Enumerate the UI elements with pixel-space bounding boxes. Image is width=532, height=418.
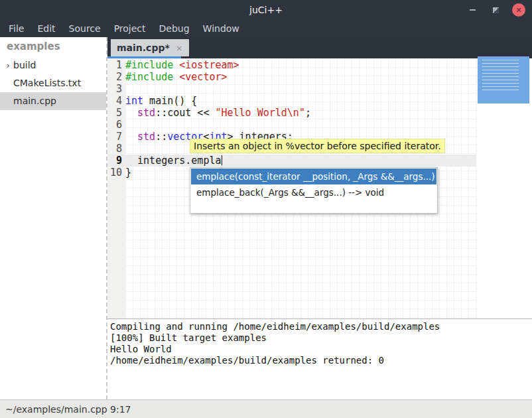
completion-item[interactable]: emplace_back(_Args &&__args...) --> void [191,184,436,200]
statusbar-path-and-position: ~/examples/main.cpp 9:17 [5,404,131,415]
code-line-3 [125,83,476,95]
text-cursor [222,155,222,165]
line-number: 9 [107,155,125,167]
line-number: 6 [107,119,125,131]
code-token: main() { [143,95,197,107]
line-number: 4 [107,95,125,107]
titlebar: juCi++ ✕ [0,0,532,20]
menu-project[interactable]: Project [107,20,153,37]
code-token: ::cout << [155,107,215,119]
maximize-button[interactable] [489,3,502,17]
tree-item-label: main.cpp [13,92,56,110]
code-line-6 [125,119,476,131]
code-line-2: #include <vector> [125,71,476,83]
tree-item-cmakelists-txt[interactable]: CMakeLists.txt [0,74,106,92]
line-number: 10 [107,167,125,178]
console-line: /home/eidheim/examples/build/examples re… [110,355,532,366]
code-token: ; [305,107,311,119]
code-line-4: int main() { [125,95,476,107]
window-title: juCi++ [249,5,283,15]
code-token [173,71,179,83]
minimize-icon [470,9,476,11]
code-token: std [137,131,155,143]
menu-source[interactable]: Source [62,20,107,37]
minimap-viewport[interactable] [478,56,529,104]
code-token: <vector> [179,71,227,83]
close-button[interactable]: ✕ [512,3,525,17]
tab-close-icon[interactable]: × [176,43,183,53]
tabbar: main.cpp* × [107,37,532,58]
file-tree: ›buildCMakeLists.txtmain.cpp [0,56,106,110]
tree-item-main-cpp[interactable]: main.cpp [0,92,106,110]
window-controls: ✕ [466,0,525,20]
menu-window[interactable]: Window [196,20,246,37]
line-number-gutter: 12345678910 [107,58,125,318]
menubar: FileEditSourceProjectDebugWindow [0,20,532,37]
console-line: Hello World [110,344,532,355]
code-token: #include [125,59,173,71]
menu-edit[interactable]: Edit [31,20,62,37]
code-token: integers.empla [125,155,222,167]
line-number: 3 [107,83,125,95]
code-area[interactable]: #include <iostream>#include <vector>int … [125,58,476,318]
code-token: <iostream> [179,59,239,71]
tree-item-label: CMakeLists.txt [13,74,81,92]
code-token: std [137,107,155,119]
tab-main-cpp[interactable]: main.cpp* × [111,39,189,56]
line-number: 7 [107,131,125,143]
code-line-5: std::cout << "Hello World\n"; [125,107,476,119]
code-line-1: #include <iostream> [125,59,476,71]
completion-item[interactable]: emplace(const_iterator __position, _Args… [191,169,436,184]
chevron-right-icon[interactable]: › [3,56,13,74]
menu-debug[interactable]: Debug [153,20,196,37]
line-number: 1 [107,59,125,71]
statusbar: ~/examples/main.cpp 9:17 [0,399,532,418]
close-icon: ✕ [515,6,521,15]
doc-tooltip: Inserts an object in %vector before spec… [190,139,445,153]
console-line: [100%] Built target examples [110,332,532,344]
code-token [125,131,137,143]
menu-file[interactable]: File [2,20,31,37]
editor-column: main.cpp* × 12345678910 #include <iostre… [107,37,532,399]
tree-item-label: build [13,56,36,74]
code-token: #include [125,71,173,83]
minimize-button[interactable] [466,3,479,17]
line-number: 2 [107,71,125,83]
tree-item-build[interactable]: ›build [0,56,106,74]
console-output[interactable]: Compiling and running /home/eidheim/exam… [107,318,532,399]
code-token: :: [155,131,167,143]
juci-window: juCi++ ✕ FileEditSourceProjectDebugWindo… [0,0,532,418]
minimap[interactable] [476,58,532,318]
tab-label: main.cpp* [117,42,170,53]
line-number: 5 [107,107,125,119]
code-token [125,107,137,119]
code-token: int [125,95,143,107]
code-token [173,59,179,71]
minimap-code-lines [482,60,519,93]
editor: 12345678910 #include <iostream>#include … [107,58,532,318]
completion-popup: emplace(const_iterator __position, _Args… [190,167,438,214]
code-token: "Hello World\n" [215,107,304,119]
content: examples ›buildCMakeLists.txtmain.cpp ma… [0,37,532,399]
line-number: 8 [107,143,125,155]
console-line: Compiling and running /home/eidheim/exam… [110,321,532,332]
file-tree-panel: examples ›buildCMakeLists.txtmain.cpp [0,37,107,399]
code-line-9: integers.empla [125,155,476,167]
code-token: } [125,167,131,178]
maximize-icon [493,7,499,13]
project-name-header: examples [0,37,106,56]
